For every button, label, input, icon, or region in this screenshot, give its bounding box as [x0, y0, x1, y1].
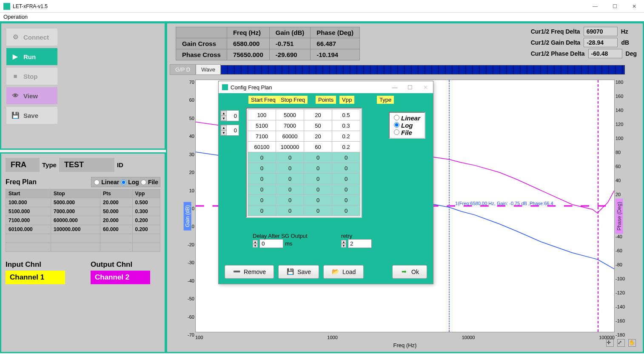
table-row[interactable]: 710060000200.2	[248, 131, 360, 142]
output-channel-value[interactable]: Channel 2	[91, 271, 150, 284]
up-arrow-icon[interactable]: ▲	[341, 240, 346, 244]
app-icon	[3, 3, 10, 10]
dialog-maximize-button[interactable]: ☐	[402, 81, 418, 93]
type-radio-group: Linear Log File	[389, 112, 425, 139]
dialog-titlebar: Config Freq Plan — ☐ ✕	[219, 81, 433, 93]
output-channel-label: Output Chnl	[91, 260, 150, 269]
up-arrow-icon[interactable]: ▲	[221, 111, 227, 116]
table-row	[6, 243, 160, 252]
freqplan-title: Freq Plan	[6, 178, 37, 186]
table-row[interactable]: 0000	[248, 152, 360, 163]
table-row[interactable]: 5100.0007000.00050.0000.300	[6, 207, 160, 216]
minimize-button[interactable]: —	[585, 0, 605, 13]
cursor-1-label: 1(Freq:6580.00 Hz, Gain: -0.75 dB ,Phase…	[455, 201, 553, 206]
up-arrow-icon[interactable]: ▲	[221, 125, 227, 130]
modal-radio-linear[interactable]	[394, 115, 399, 120]
folder-icon: 📂	[331, 268, 339, 276]
led-strip	[221, 65, 625, 74]
table-row	[6, 234, 160, 243]
radio-log[interactable]	[121, 180, 126, 185]
control-panel: ⚙ Connect ▶ Run ■ Stop 👁 View 💾 Save	[0, 22, 166, 150]
cursor-1[interactable]	[449, 80, 450, 332]
menu-operation[interactable]: Operation	[3, 14, 28, 20]
view-button[interactable]: 👁 View	[6, 87, 57, 104]
radio-file[interactable]	[141, 180, 146, 185]
window-titlebar: LET-xFRA-v1.5 — ☐ ✕	[0, 0, 644, 13]
zoom-icon[interactable]: ⤢	[617, 339, 625, 347]
stop-icon: ■	[11, 72, 19, 80]
stop-button[interactable]: ■ Stop	[6, 68, 57, 85]
table-row[interactable]: 100.0005000.00020.0000.500	[6, 198, 160, 207]
down-arrow-icon[interactable]: ▼	[341, 244, 346, 248]
config-table[interactable]: 1005000200.551007000500.3710060000200.26…	[248, 109, 360, 216]
window-title: LET-xFRA-v1.5	[13, 3, 48, 9]
header-type: Type	[377, 96, 394, 104]
chart-tools: ✛ ⤢ ✋	[606, 339, 636, 347]
delay-label: Delay After SG Output	[253, 233, 308, 239]
dialog-minimize-button[interactable]: —	[387, 81, 402, 93]
input-channel-label: Input Chnl	[6, 260, 65, 269]
up-arrow-icon[interactable]: ▲	[253, 240, 258, 244]
id-label: ID	[117, 161, 123, 168]
x-axis-ticks: 100100010000100000	[195, 335, 615, 340]
table-row[interactable]: 60100100000600.2	[248, 142, 360, 152]
hand-icon[interactable]: ✋	[628, 339, 636, 347]
table-row[interactable]: 0000	[248, 195, 360, 206]
dialog-icon	[222, 84, 228, 90]
run-button[interactable]: ▶ Run	[6, 48, 57, 65]
scale-radio-group: Linear Log File	[91, 177, 160, 187]
down-arrow-icon[interactable]: ▼	[221, 116, 227, 121]
modal-radio-log[interactable]	[394, 122, 399, 128]
cursor-2[interactable]	[598, 80, 598, 332]
load-button[interactable]: 📂Load	[323, 265, 364, 279]
spin-2[interactable]: ▲▼	[220, 125, 239, 136]
close-button[interactable]: ✕	[624, 0, 644, 13]
retry-input[interactable]	[348, 239, 372, 248]
table-row[interactable]: 7100.00060000.00020.0000.200	[6, 216, 160, 225]
input-channel-value[interactable]: Channel 1	[6, 271, 65, 284]
type-value: FRA	[6, 158, 40, 172]
ok-button[interactable]: ➡Ok	[392, 265, 427, 279]
table-row[interactable]: 0000	[248, 184, 360, 195]
delay-input[interactable]	[259, 239, 283, 248]
table-row[interactable]: 1005000200.5	[248, 110, 360, 120]
spin-2-input[interactable]	[227, 126, 239, 134]
crosshair-icon[interactable]: ✛	[606, 339, 614, 347]
table-row[interactable]: 51007000500.3	[248, 120, 360, 131]
spin-1[interactable]: ▲▼	[220, 110, 239, 121]
id-value[interactable]: TEST	[59, 158, 114, 172]
menu-bar: Operation	[0, 13, 644, 22]
table-row[interactable]: 0000	[248, 174, 360, 184]
radio-linear[interactable]	[94, 180, 100, 185]
header-vpp: Vpp	[339, 96, 354, 104]
connect-button[interactable]: ⚙ Connect	[6, 29, 57, 46]
dialog-close-button[interactable]: ✕	[418, 81, 433, 93]
maximize-button[interactable]: ☐	[605, 0, 624, 13]
disk-icon: 💾	[286, 268, 294, 276]
type-label: Type	[42, 161, 57, 168]
y-axis-right-label: Phase (Deg)	[615, 198, 623, 234]
spin-1-input[interactable]	[227, 112, 239, 120]
chart-tabbar: G/P D Wave	[170, 64, 625, 75]
down-arrow-icon[interactable]: ▼	[253, 244, 258, 248]
config-freq-plan-dialog: Config Freq Plan — ☐ ✕ Start Freq Stop F…	[218, 81, 433, 284]
tab-gpd[interactable]: G/P D	[170, 64, 196, 75]
measurement-table: Freq (Hz) Gain (dB) Phase (Deg) Gain Cro…	[176, 27, 360, 60]
remove-button[interactable]: ➖Remove	[225, 265, 274, 279]
table-row[interactable]: 60100.000100000.00060.0000.200	[6, 225, 160, 234]
table-row[interactable]: 0000	[248, 163, 360, 174]
save-button[interactable]: 💾 Save	[6, 107, 57, 124]
minus-icon: ➖	[233, 268, 240, 276]
modal-save-button[interactable]: 💾Save	[278, 265, 319, 279]
play-icon: ▶	[11, 53, 19, 60]
gear-icon: ⚙	[11, 33, 19, 41]
y-axis-left-label: Gain (dB)	[184, 202, 191, 230]
tab-wave[interactable]: Wave	[196, 64, 221, 75]
table-row[interactable]: 0000	[248, 206, 360, 216]
cursor-deltas: Cur1/2 Freq Delta69070Hz Cur1/2 Gain Del…	[531, 27, 637, 60]
modal-radio-file[interactable]	[394, 129, 399, 135]
eye-icon: 👁	[11, 92, 19, 100]
down-arrow-icon[interactable]: ▼	[221, 130, 227, 135]
config-panel: FRA Type TEST ID Freq Plan Linear Log Fi…	[0, 152, 166, 353]
header-stopfreq: Stop Freq	[278, 96, 308, 104]
